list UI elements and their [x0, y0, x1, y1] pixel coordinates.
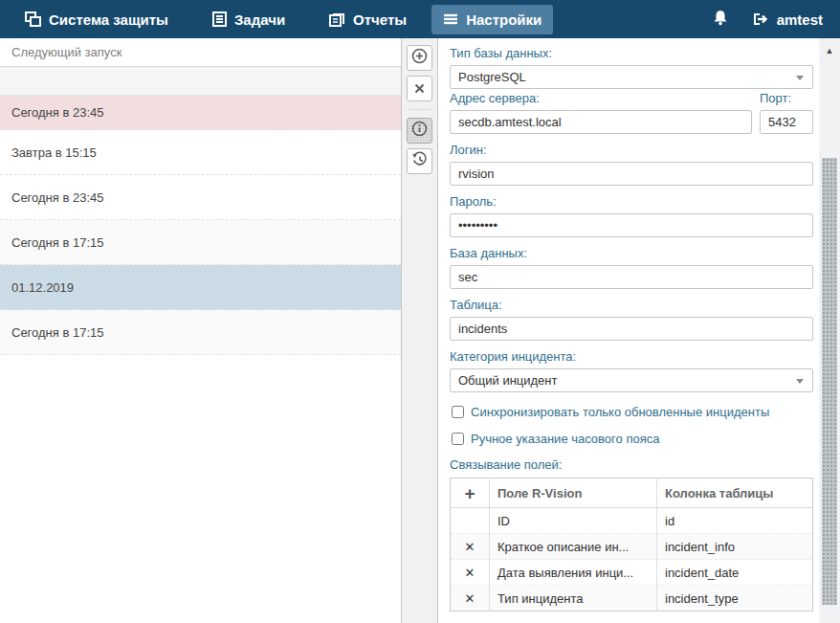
top-navbar: Система защиты Задачи Отчеты Настройки a… [0, 0, 840, 38]
nav-item-tasks[interactable]: Задачи [201, 5, 297, 34]
database-label: База данных: [450, 246, 813, 260]
nav-item-reports[interactable]: Отчеты [318, 5, 418, 34]
mapping-field-cell: Тип инцидента [490, 586, 657, 612]
username-label: amtest [777, 11, 823, 28]
category-select[interactable]: Общий инцидент [450, 368, 813, 392]
list-row[interactable]: Сегодня в 23:45 [0, 96, 401, 130]
vertical-scrollbar[interactable]: ▲ [819, 38, 840, 623]
history-button[interactable] [407, 148, 432, 174]
remove-mapping-button[interactable]: ✕ [465, 566, 475, 580]
manual-timezone-checkbox[interactable] [452, 433, 464, 445]
mapping-column-cell: incident_type [657, 586, 813, 612]
db-type-value: PostgreSQL [458, 70, 526, 84]
mapping-row[interactable]: ✕ Тип инцидента incident_type [451, 586, 813, 612]
mapping-column-cell: incident_date [657, 560, 813, 586]
logout-icon [753, 11, 769, 29]
field-mapping-table: + Поле R-Vision Колонка таблицы ID id ✕ … [450, 478, 813, 612]
column-column-header[interactable]: Колонка таблицы [657, 478, 813, 508]
db-type-label: Тип базы данных: [450, 46, 813, 60]
windows-icon [25, 11, 41, 27]
nav-item-label: Отчеты [353, 11, 407, 28]
schedule-list-panel: Следующий запуск Сегодня в 23:45 Завтра … [0, 38, 402, 623]
chevron-down-icon [796, 379, 804, 384]
list-toolbar [402, 38, 438, 623]
list-row[interactable]: Завтра в 15:15 [0, 130, 401, 175]
notifications-bell-icon[interactable] [713, 10, 728, 30]
menu-icon [443, 12, 458, 26]
server-label: Адрес сервера: [450, 91, 752, 105]
mapping-field-cell: ID [490, 508, 657, 534]
add-mapping-button[interactable]: + [464, 483, 475, 503]
database-input[interactable] [450, 265, 813, 289]
nav-item-label: Настройки [466, 11, 542, 28]
remove-mapping-button[interactable]: ✕ [465, 591, 475, 606]
nav-item-label: Задачи [234, 11, 285, 28]
sync-updated-checkbox[interactable] [452, 406, 464, 418]
tasks-icon [212, 11, 227, 27]
mapping-header-row: + Поле R-Vision Колонка таблицы [451, 478, 813, 508]
manual-timezone-label: Ручное указание часового пояса [471, 432, 659, 446]
category-value: Общий инцидент [458, 373, 558, 388]
chevron-down-icon [796, 76, 804, 80]
list-row[interactable]: Сегодня в 23:45 [0, 175, 401, 220]
nav-item-label: Система защиты [49, 11, 168, 28]
login-input[interactable] [450, 162, 813, 186]
password-label: Пароль: [450, 194, 813, 209]
sync-updated-label: Синхронизировать только обновленные инци… [471, 405, 769, 419]
list-row-selected[interactable]: 01.12.2019 [0, 265, 401, 310]
mapping-row[interactable]: ✕ Краткое описание ин... incident_info [451, 534, 813, 560]
mapping-column-cell: id [657, 508, 813, 534]
nav-item-settings[interactable]: Настройки [431, 5, 553, 34]
mapping-column-cell: incident_info [657, 534, 813, 560]
reports-icon [329, 11, 345, 27]
field-column-header[interactable]: Поле R-Vision [490, 478, 657, 508]
scrollbar-thumb[interactable] [822, 158, 837, 605]
mapping-field-cell: Краткое описание ин... [490, 534, 657, 560]
port-label: Порт: [760, 91, 813, 105]
table-label: Таблица: [450, 298, 813, 312]
login-label: Логин: [450, 143, 813, 157]
nav-item-protection-system[interactable]: Система защиты [13, 5, 180, 34]
db-type-select[interactable]: PostgreSQL [450, 65, 813, 89]
connector-settings-form: Тип базы данных: PostgreSQL Адрес сервер… [438, 38, 819, 623]
delete-button[interactable] [407, 76, 432, 101]
sync-updated-checkbox-row[interactable]: Синхронизировать только обновленные инци… [452, 405, 813, 419]
x-icon [414, 80, 425, 98]
list-row[interactable]: Сегодня в 17:15 [0, 220, 401, 265]
manual-timezone-checkbox-row[interactable]: Ручное указание часового пояса [452, 432, 813, 446]
info-button[interactable] [407, 118, 432, 144]
mapping-row[interactable]: ID id [451, 508, 813, 534]
mapping-label: Связывание полей: [450, 457, 813, 472]
remove-mapping-button[interactable]: ✕ [465, 540, 475, 554]
mapping-row[interactable]: ✕ Дата выявления инци... incident_date [451, 560, 813, 586]
mapping-field-cell: Дата выявления инци... [490, 560, 657, 586]
port-input[interactable] [760, 110, 813, 134]
table-input[interactable] [450, 317, 813, 341]
history-clock-icon [411, 151, 428, 171]
list-column-header[interactable]: Следующий запуск [0, 38, 401, 67]
circle-plus-icon [411, 48, 428, 68]
scroll-up-arrow-icon[interactable]: ▲ [819, 46, 840, 56]
category-label: Категория инцидента: [450, 349, 813, 364]
list-row-empty[interactable] [0, 67, 401, 96]
server-input[interactable] [450, 110, 752, 134]
user-menu[interactable]: amtest [753, 11, 823, 29]
toolbar-separator [409, 109, 431, 110]
add-button[interactable] [407, 45, 432, 71]
password-input[interactable] [450, 213, 813, 237]
info-icon [411, 121, 428, 141]
list-row[interactable]: Сегодня в 17:15 [0, 310, 401, 355]
